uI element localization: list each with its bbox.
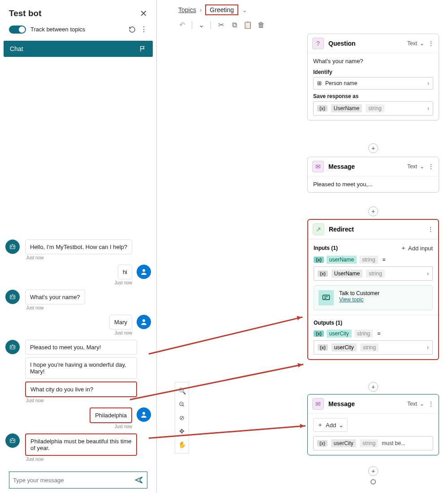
breadcrumb: Topics › Greeting ⌄ bbox=[157, 0, 448, 18]
chat-tab-label: Chat bbox=[10, 45, 23, 52]
track-toggle[interactable] bbox=[9, 26, 26, 34]
copy-icon[interactable]: ⧉ bbox=[231, 21, 238, 29]
bot-avatar-icon bbox=[5, 290, 20, 304]
add-node-button[interactable]: + bbox=[368, 466, 378, 476]
bot-message: Hello, I'm MyTestbot. How can I help? bbox=[25, 240, 132, 254]
chat-area: Hello, I'm MyTestbot. How can I help? Ju… bbox=[0, 54, 156, 466]
track-label: Track between topics bbox=[30, 26, 129, 33]
hand-icon[interactable]: ✋ bbox=[177, 438, 187, 451]
chevron-down-icon[interactable]: ⌄ bbox=[198, 21, 204, 29]
svg-point-13 bbox=[11, 440, 12, 441]
svg-point-2 bbox=[13, 246, 14, 247]
zoom-out-icon[interactable] bbox=[177, 398, 187, 411]
add-node-button[interactable]: + bbox=[368, 143, 378, 153]
redirect-topic[interactable]: Talk to Customer View topic bbox=[314, 285, 433, 310]
svg-point-7 bbox=[142, 319, 145, 322]
bot-message: What's your name? bbox=[25, 290, 85, 304]
chat-input-row[interactable] bbox=[9, 472, 147, 489]
user-message: Mary bbox=[109, 315, 132, 330]
chevron-right-icon: › bbox=[427, 80, 429, 86]
breadcrumb-current[interactable]: Greeting bbox=[205, 4, 238, 15]
add-node-button[interactable]: + bbox=[368, 206, 378, 216]
svg-point-10 bbox=[13, 347, 14, 347]
variable-icon: {x} bbox=[317, 440, 327, 446]
message-icon: ✉ bbox=[312, 398, 324, 410]
question-icon: ? bbox=[312, 38, 324, 49]
add-node-button[interactable]: + bbox=[368, 382, 378, 392]
bot-avatar-icon bbox=[5, 340, 20, 354]
save-variable-field[interactable]: {x} UserName string › bbox=[313, 101, 433, 116]
bot-message: Pleased to meet you, Mary! bbox=[25, 340, 137, 355]
more-icon[interactable]: ⋮ bbox=[140, 25, 147, 34]
zoom-toolbar: 🔍 ⊘ ✥ ✋ bbox=[175, 382, 189, 454]
bot-avatar-icon bbox=[5, 433, 20, 448]
end-node-icon bbox=[370, 479, 376, 484]
variable-icon: {x} bbox=[318, 344, 328, 351]
delete-icon[interactable]: 🗑 bbox=[258, 21, 265, 29]
svg-rect-4 bbox=[10, 295, 15, 299]
message-node[interactable]: ✉ Message Text⌄ ⋮ Pleased to meet you,..… bbox=[307, 157, 439, 193]
svg-point-1 bbox=[11, 246, 12, 247]
authoring-canvas[interactable]: ? Question Text⌄ ⋮ What's your name? Ide… bbox=[157, 34, 448, 493]
add-button[interactable]: ＋ Add ⌄ bbox=[313, 418, 348, 432]
add-input-button[interactable]: ＋ Add input bbox=[401, 244, 433, 252]
send-icon[interactable] bbox=[134, 476, 143, 484]
variable-icon: {x} bbox=[318, 270, 328, 277]
chevron-down-icon[interactable]: ⌄ bbox=[242, 6, 247, 13]
zoom-reset-icon[interactable]: ⊘ bbox=[177, 411, 187, 424]
cut-icon[interactable]: ✂ bbox=[217, 21, 224, 29]
chevron-right-icon: › bbox=[427, 344, 429, 351]
outputs-label: Outputs (1) bbox=[314, 320, 342, 326]
svg-rect-12 bbox=[10, 439, 15, 442]
user-avatar-icon bbox=[137, 407, 151, 422]
breadcrumb-topics[interactable]: Topics bbox=[178, 6, 196, 13]
timestamp: Just now bbox=[26, 305, 151, 310]
close-icon[interactable]: ✕ bbox=[140, 8, 147, 19]
bot-avatar-icon bbox=[5, 240, 20, 254]
chevron-down-icon[interactable]: ⌄ bbox=[420, 40, 424, 47]
node-title: Redirect bbox=[329, 226, 424, 233]
more-icon[interactable]: ⋮ bbox=[428, 163, 434, 170]
chevron-right-icon: › bbox=[427, 105, 429, 111]
variable-icon: {x} bbox=[317, 105, 327, 111]
more-icon[interactable]: ⋮ bbox=[428, 400, 434, 407]
svg-point-11 bbox=[142, 412, 145, 415]
svg-point-9 bbox=[11, 347, 12, 347]
reload-icon[interactable] bbox=[129, 26, 136, 33]
message-text: Pleased to meet you,... bbox=[313, 181, 433, 188]
timestamp: Just now bbox=[5, 280, 132, 285]
paste-icon[interactable]: 📋 bbox=[244, 21, 251, 29]
bot-message: What city do you live in? bbox=[25, 382, 137, 397]
topic-icon bbox=[319, 290, 334, 305]
variable-icon: {x} bbox=[314, 330, 324, 337]
zoom-in-icon[interactable]: 🔍 bbox=[177, 384, 187, 398]
undo-icon[interactable]: ↶ bbox=[178, 21, 185, 29]
more-icon[interactable]: ⋮ bbox=[428, 40, 434, 47]
output-value-field[interactable]: {x} userCity string › bbox=[314, 340, 433, 355]
timestamp: Just now bbox=[5, 330, 132, 335]
question-node[interactable]: ? Question Text⌄ ⋮ What's your name? Ide… bbox=[307, 34, 439, 120]
chevron-down-icon[interactable]: ⌄ bbox=[420, 401, 424, 407]
svg-point-6 bbox=[13, 296, 14, 297]
identify-field[interactable]: ⊞ Person name › bbox=[313, 77, 433, 90]
timestamp: Just now bbox=[26, 255, 151, 260]
redirect-node[interactable]: ↗ Redirect ⋮ Inputs (1) ＋ Add input {x} … bbox=[307, 219, 439, 360]
flag-icon[interactable] bbox=[139, 45, 146, 52]
redirect-icon: ↗ bbox=[313, 223, 324, 235]
view-topic-link[interactable]: View topic bbox=[339, 296, 379, 303]
chevron-down-icon[interactable]: ⌄ bbox=[420, 163, 424, 170]
variable-icon: {x} bbox=[314, 257, 324, 263]
more-icon[interactable]: ⋮ bbox=[427, 226, 434, 233]
identify-label: Identify bbox=[313, 69, 433, 75]
message-content[interactable]: {x} userCity string must be... bbox=[313, 436, 433, 450]
chevron-right-icon: › bbox=[427, 270, 429, 277]
panel-title: Test bot bbox=[9, 9, 41, 18]
svg-point-3 bbox=[142, 269, 145, 272]
chat-input[interactable] bbox=[13, 477, 134, 484]
chevron-right-icon: › bbox=[200, 6, 202, 13]
bot-message: I hope you're having a wonderful day, Ma… bbox=[25, 357, 137, 379]
input-value-field[interactable]: {x} UserName string › bbox=[314, 266, 433, 281]
message-node-selected[interactable]: ✉ Message Text⌄ ⋮ ＋ Add ⌄ {x} userCity s… bbox=[307, 394, 439, 455]
svg-point-5 bbox=[11, 296, 12, 297]
svg-rect-8 bbox=[10, 345, 15, 349]
